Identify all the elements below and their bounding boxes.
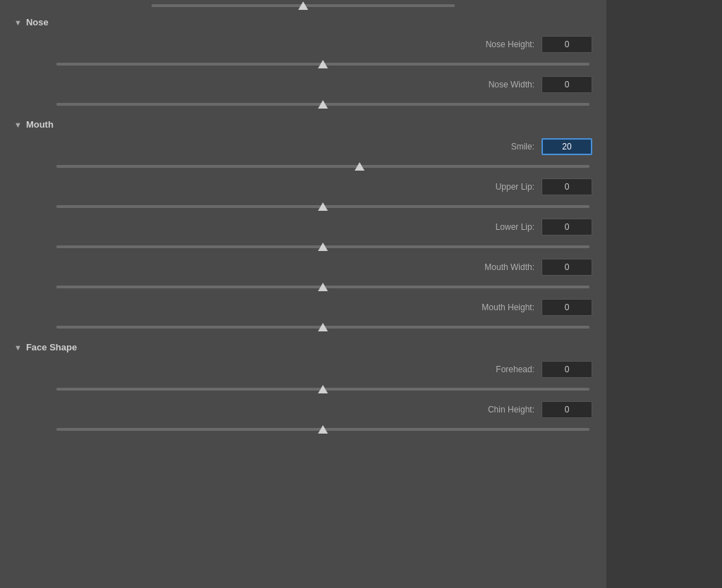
lower-lip-slider[interactable] [56,245,589,248]
smile-input[interactable] [542,138,592,155]
upper-lip-row: Upper Lip: [0,176,606,200]
upper-lip-label: Upper Lip: [14,182,542,192]
chin-height-input[interactable] [542,401,592,418]
nose-height-slider[interactable] [56,63,589,66]
right-sidebar [606,0,722,588]
nose-width-input[interactable] [542,76,592,93]
nose-width-slider-row [0,97,606,114]
forehead-slider[interactable] [56,388,589,391]
upper-lip-input[interactable] [542,178,592,195]
face-shape-section-header[interactable]: ▼ Face Shape [0,336,606,358]
lower-lip-slider-row [0,240,606,256]
top-slider[interactable] [152,4,455,7]
nose-height-label: Nose Height: [14,39,542,49]
nose-height-slider-row [0,57,606,73]
properties-panel: ▼ Nose Nose Height: Nose Width: ▼ Mouth … [0,0,606,588]
nose-height-input[interactable] [542,36,592,53]
smile-row: Smile: [0,135,606,159]
nose-width-row: Nose Width: [0,73,606,97]
nose-collapse-icon: ▼ [14,18,22,27]
mouth-height-label: Mouth Height: [14,302,542,312]
chin-height-label: Chin Height: [14,405,542,415]
smile-label: Smile: [14,142,542,152]
mouth-section-header[interactable]: ▼ Mouth [0,114,606,135]
nose-section-label: Nose [26,17,49,27]
mouth-width-row: Mouth Width: [0,256,606,280]
chin-height-slider-row [0,422,606,439]
smile-slider-row [0,159,606,176]
smile-slider[interactable] [56,165,589,168]
face-shape-section-label: Face Shape [26,342,77,353]
lower-lip-label: Lower Lip: [14,222,542,232]
forehead-input[interactable] [542,361,592,378]
top-slider-row [0,0,606,11]
nose-width-slider[interactable] [56,103,589,106]
nose-section-header[interactable]: ▼ Nose [0,11,606,33]
mouth-height-slider-row [0,320,606,336]
mouth-width-slider[interactable] [56,286,589,288]
mouth-width-slider-row [0,280,606,296]
mouth-height-slider[interactable] [56,326,589,329]
mouth-width-label: Mouth Width: [14,262,542,272]
chin-height-row: Chin Height: [0,398,606,422]
mouth-height-input[interactable] [542,299,592,316]
nose-height-row: Nose Height: [0,33,606,57]
nose-width-label: Nose Width: [14,80,542,90]
forehead-label: Forehead: [14,365,542,374]
mouth-width-input[interactable] [542,259,592,276]
upper-lip-slider[interactable] [56,205,589,208]
lower-lip-input[interactable] [542,219,592,235]
lower-lip-row: Lower Lip: [0,216,606,240]
face-shape-collapse-icon: ▼ [14,343,22,352]
mouth-section-label: Mouth [26,119,54,130]
upper-lip-slider-row [0,200,606,216]
mouth-collapse-icon: ▼ [14,121,22,129]
forehead-slider-row [0,382,606,398]
forehead-row: Forehead: [0,358,606,382]
chin-height-slider[interactable] [56,428,589,431]
mouth-height-row: Mouth Height: [0,296,606,320]
